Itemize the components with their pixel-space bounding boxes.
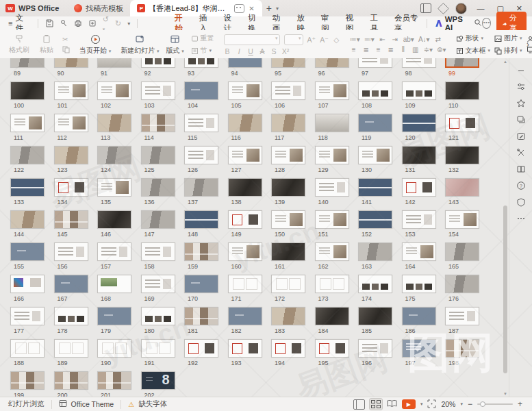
slide-thumbnail-142[interactable]: 142 bbox=[402, 178, 439, 206]
slide-image[interactable] bbox=[445, 210, 479, 229]
slide-thumbnail-197[interactable]: 197 bbox=[402, 339, 439, 366]
slide-thumbnail-108[interactable]: 108 bbox=[358, 82, 395, 109]
normal-view-button[interactable] bbox=[353, 399, 365, 410]
text-direction-icon[interactable]: ab▾ bbox=[403, 36, 414, 43]
export-icon[interactable] bbox=[60, 19, 68, 27]
output-icon[interactable] bbox=[88, 19, 97, 27]
slide-image[interactable] bbox=[54, 371, 88, 390]
zoom-level-value[interactable]: 20% bbox=[441, 400, 455, 408]
slide-thumbnail-152[interactable]: 152 bbox=[358, 210, 395, 238]
slide-image[interactable] bbox=[445, 82, 479, 100]
zoom-slider-handle[interactable] bbox=[480, 401, 485, 407]
play-from-current-button[interactable]: 当页开始 ▾ bbox=[79, 34, 111, 55]
columns-icon[interactable]: ▥ bbox=[411, 46, 420, 53]
slide-image[interactable] bbox=[141, 146, 175, 164]
slide-thumbnail-107[interactable]: 107 bbox=[315, 82, 352, 109]
slide-image[interactable] bbox=[271, 242, 305, 261]
slide-thumbnail-184[interactable]: 184 bbox=[315, 307, 352, 334]
slide-thumbnail-106[interactable]: 106 bbox=[271, 82, 308, 109]
search-icon[interactable] bbox=[474, 18, 482, 28]
slide-image[interactable] bbox=[228, 58, 262, 68]
slide-thumbnail-95[interactable]: 95 bbox=[271, 58, 308, 77]
font-style-X²[interactable]: X² bbox=[282, 47, 290, 55]
font-style-S[interactable]: S bbox=[270, 47, 278, 55]
slide-image[interactable] bbox=[445, 307, 479, 325]
close-tab-icon[interactable]: ✕ bbox=[248, 5, 255, 12]
slide-thumbnail-117[interactable]: 117 bbox=[271, 114, 308, 141]
slide-image[interactable] bbox=[402, 242, 436, 261]
slide-thumbnail-111[interactable]: 111 bbox=[10, 114, 47, 141]
slide-image[interactable] bbox=[141, 58, 175, 68]
slide-thumbnail-162[interactable]: 162 bbox=[315, 242, 352, 270]
collapse-rail-icon[interactable] bbox=[516, 65, 527, 76]
slide-thumbnail-97[interactable]: 97 bbox=[358, 58, 395, 77]
slide-image[interactable] bbox=[445, 146, 479, 164]
zoom-chevron-icon[interactable]: ▾ bbox=[460, 401, 463, 407]
slide-thumbnail-195[interactable]: 195 bbox=[315, 339, 352, 366]
distribute-icon[interactable]: ⫼ bbox=[399, 45, 407, 53]
slide-image[interactable] bbox=[271, 82, 305, 100]
feedback-icon[interactable] bbox=[516, 197, 527, 208]
slide-image[interactable] bbox=[10, 178, 45, 197]
slide-image[interactable] bbox=[358, 242, 392, 261]
slide-image[interactable] bbox=[10, 371, 45, 390]
slide-image[interactable] bbox=[10, 146, 45, 164]
slide-thumbnail-174[interactable]: 174 bbox=[358, 275, 395, 302]
slide-thumbnail-198[interactable]: 198 bbox=[445, 339, 482, 366]
convert-diagram-icon[interactable]: ⇄ bbox=[434, 36, 442, 43]
slide-layout-button[interactable]: 版式 ▾ bbox=[164, 34, 187, 55]
slide-image[interactable] bbox=[402, 82, 436, 100]
slide-thumbnail-153[interactable]: 153 bbox=[402, 210, 439, 238]
slide-thumbnail-169[interactable]: 169 bbox=[141, 275, 178, 302]
slide-image[interactable] bbox=[228, 146, 262, 164]
slide-image[interactable] bbox=[228, 307, 262, 325]
zoom-in-button[interactable]: + bbox=[518, 399, 522, 409]
slide-thumbnail-94[interactable]: 94 bbox=[228, 58, 265, 77]
tools-icon[interactable] bbox=[516, 147, 527, 158]
slide-thumbnail-109[interactable]: 109 bbox=[402, 82, 439, 109]
slide-thumbnail-188[interactable]: 188 bbox=[10, 339, 47, 366]
slide-thumbnail-136[interactable]: 136 bbox=[141, 178, 178, 206]
slide-thumbnail-133[interactable]: 133 bbox=[10, 178, 47, 206]
slide-image[interactable] bbox=[228, 114, 262, 132]
slide-image[interactable] bbox=[54, 146, 88, 164]
slide-image[interactable] bbox=[10, 210, 45, 229]
slide-image[interactable] bbox=[97, 82, 131, 100]
redo-icon[interactable]: ↻ bbox=[115, 19, 121, 28]
cut-icon[interactable]: ✂ bbox=[62, 36, 70, 43]
slide-thumbnail-159[interactable]: 159 bbox=[184, 242, 221, 270]
slide-image[interactable] bbox=[97, 114, 131, 132]
slide-image[interactable] bbox=[141, 114, 175, 132]
slide-image[interactable] bbox=[402, 210, 436, 229]
slide-thumbnail-102[interactable]: 102 bbox=[97, 82, 134, 109]
slide-thumbnail-186[interactable]: 186 bbox=[402, 307, 439, 334]
slide-image[interactable] bbox=[10, 58, 45, 68]
annotate-icon[interactable] bbox=[516, 131, 527, 142]
slide-image[interactable] bbox=[315, 275, 349, 293]
slide-thumbnail-191[interactable]: 191 bbox=[141, 339, 178, 366]
slide-image[interactable] bbox=[228, 210, 262, 229]
slide-thumbnail-185[interactable]: 185 bbox=[358, 307, 395, 334]
slide-thumbnail-121[interactable]: 121 bbox=[445, 114, 482, 141]
slide-thumbnail-157[interactable]: 157 bbox=[97, 242, 134, 270]
arrange-button[interactable]: 排列 ▾ bbox=[494, 46, 522, 55]
slide-image[interactable] bbox=[402, 339, 436, 358]
slide-thumbnail-160[interactable]: 160 bbox=[228, 242, 265, 270]
slide-thumbnail-177[interactable]: 177 bbox=[10, 307, 47, 334]
slide-thumbnail-122[interactable]: 122 bbox=[10, 146, 47, 173]
slide-image[interactable] bbox=[315, 82, 349, 100]
slide-thumbnail-101[interactable]: 101 bbox=[54, 82, 91, 109]
font-size-select[interactable] bbox=[284, 34, 303, 45]
slide-image[interactable] bbox=[402, 58, 436, 68]
slide-image[interactable] bbox=[358, 178, 392, 197]
slide-thumbnail-150[interactable]: 150 bbox=[271, 210, 308, 238]
slide-image[interactable] bbox=[184, 339, 218, 358]
slide-thumbnail-90[interactable]: 90 bbox=[54, 58, 91, 77]
slide-image[interactable] bbox=[54, 242, 88, 261]
slide-thumbnail-104[interactable]: 104 bbox=[184, 82, 221, 109]
section-button[interactable]: 节 ▾ bbox=[191, 46, 214, 55]
vertical-text-icon[interactable]: A↓▾ bbox=[418, 36, 430, 43]
slide-thumbnail-145[interactable]: 145 bbox=[54, 210, 91, 238]
properties-icon[interactable] bbox=[516, 82, 527, 92]
slide-image[interactable] bbox=[141, 339, 175, 358]
